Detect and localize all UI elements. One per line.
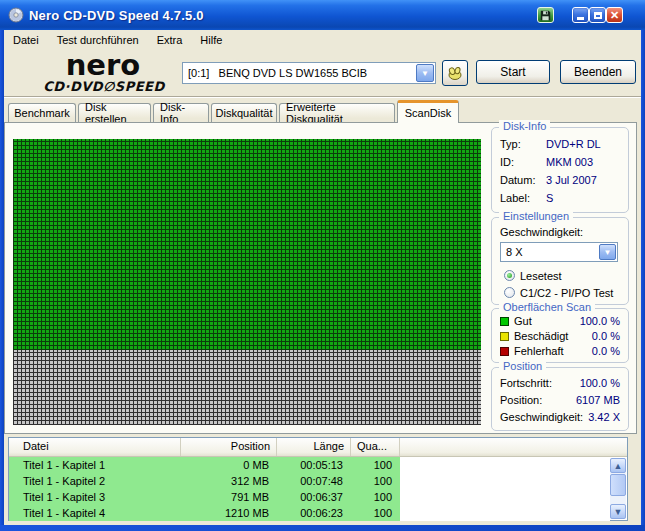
maximize-icon: [594, 12, 602, 19]
radio-lesetest-label: Lesetest: [520, 270, 562, 282]
position-group: Position Fortschritt: 100.0 % Position: …: [491, 367, 629, 431]
cell-laenge: 00:05:13: [277, 457, 351, 473]
cd-disc-icon: [8, 7, 24, 23]
close-icon: ✕: [610, 10, 619, 21]
cell-qua: 100: [351, 473, 400, 489]
tab-benchmark[interactable]: Benchmark: [8, 103, 76, 122]
window-border-bottom: [0, 525, 645, 531]
minimize-icon: [577, 17, 584, 20]
table-row[interactable]: Titel 1 - Kapitel 4 1210 MB 00:06:23 100: [9, 505, 610, 521]
scroll-down-button[interactable]: ▼: [610, 504, 626, 519]
fortschritt-label: Fortschritt:: [500, 377, 552, 389]
scroll-down-icon: ▼: [614, 507, 623, 517]
file-table-header[interactable]: Datei Position Länge Qua...: [9, 438, 627, 457]
menu-datei[interactable]: Datei: [4, 31, 48, 49]
tab-disk-info[interactable]: Disk-Info: [153, 103, 209, 122]
disk-info-label-label: Label:: [500, 192, 546, 204]
fehlerhaft-label: Fehlerhaft: [514, 345, 564, 357]
cd-dvd-speed-logo: CD·DVD∅SPEED: [16, 79, 192, 94]
gut-value: 100.0 %: [580, 315, 620, 327]
disk-info-id-label: ID:: [500, 156, 546, 168]
oberflaechen-scan-title: Oberflächen Scan: [499, 301, 595, 313]
close-button[interactable]: ✕: [606, 7, 623, 23]
speed-select[interactable]: 8 X ▼: [500, 242, 618, 262]
geschwindigkeit-value: 3.42 X: [588, 411, 620, 423]
toolbar-separator: [4, 96, 641, 98]
cell-datei: Titel 1 - Kapitel 3: [9, 489, 181, 505]
beenden-button[interactable]: Beenden: [560, 60, 636, 84]
scrollbar-thumb[interactable]: [610, 474, 626, 496]
start-button[interactable]: Start: [476, 60, 550, 84]
scroll-up-button[interactable]: ▲: [610, 458, 626, 473]
tab-diskqualitaet[interactable]: Diskqualität: [211, 103, 277, 122]
chevron-down-icon[interactable]: ▼: [416, 64, 434, 82]
row-filler: [400, 457, 610, 473]
minimize-button[interactable]: [572, 7, 589, 23]
capture-button[interactable]: [537, 7, 554, 23]
cell-laenge: 00:06:37: [277, 489, 351, 505]
nero-logo: nero: [38, 50, 168, 80]
drive-select[interactable]: [0:1] BENQ DVD LS DW1655 BCIB ▼: [182, 62, 436, 84]
fehlerhaft-value: 0.0 %: [592, 345, 620, 357]
radio-c1c2-pipo[interactable]: C1/C2 - PI/PO Test: [504, 286, 624, 299]
toolbar: nero CD·DVD∅SPEED [0:1] BENQ DVD LS DW16…: [4, 50, 641, 96]
disk-info-label-value: S: [546, 192, 553, 204]
tabstrip: Benchmark Disk erstellen Disk-Info Diskq…: [4, 100, 641, 122]
good-color-swatch: [500, 317, 509, 326]
beschaedigt-value: 0.0 %: [592, 330, 620, 342]
scan-grid-unscanned-area: [13, 350, 481, 425]
cell-laenge: 00:07:48: [277, 473, 351, 489]
table-row[interactable]: Titel 1 - Kapitel 1 0 MB 00:05:13 100: [9, 457, 610, 473]
header-datei[interactable]: Datei: [9, 438, 181, 456]
menu-hilfe[interactable]: Hilfe: [191, 31, 231, 49]
floppy-disk-icon: [540, 10, 551, 21]
header-laenge[interactable]: Länge: [277, 438, 351, 456]
menu-extra[interactable]: Extra: [148, 31, 192, 49]
radio-c1c2-label: C1/C2 - PI/PO Test: [520, 287, 613, 299]
menu-test-durchfuehren[interactable]: Test durchführen: [48, 31, 148, 49]
file-table: Datei Position Länge Qua... Titel 1 - Ka…: [8, 437, 628, 521]
cell-position: 0 MB: [181, 457, 277, 473]
radio-unselected-icon[interactable]: [504, 287, 515, 298]
cell-datei: Titel 1 - Kapitel 4: [9, 505, 181, 521]
disk-info-datum-label: Datum:: [500, 174, 546, 186]
cell-qua: 100: [351, 489, 400, 505]
header-qua[interactable]: Qua...: [351, 438, 400, 456]
speed-select-value: 8 X: [501, 246, 599, 258]
disk-info-typ-value: DVD+R DL: [546, 138, 601, 150]
row-filler: [400, 505, 610, 521]
surface-scan-grid: [13, 139, 481, 425]
maximize-button[interactable]: [589, 7, 606, 23]
scroll-up-icon: ▲: [614, 461, 623, 471]
chevron-down-icon[interactable]: ▼: [599, 244, 616, 260]
table-row[interactable]: Titel 1 - Kapitel 2 312 MB 00:07:48 100: [9, 473, 610, 489]
cell-position: 791 MB: [181, 489, 277, 505]
tab-disk-erstellen[interactable]: Disk erstellen: [78, 103, 151, 122]
position-label: Position:: [500, 394, 542, 406]
tab-scandisk[interactable]: ScanDisk: [397, 100, 459, 123]
vertical-scrollbar[interactable]: ▲ ▼: [610, 458, 626, 519]
tab-erweiterte-diskqualitaet[interactable]: Erweiterte Diskqualität: [279, 103, 395, 122]
radio-selected-icon[interactable]: [504, 270, 515, 281]
cell-laenge: 00:06:23: [277, 505, 351, 521]
scan-grid-good-area: [13, 139, 481, 350]
disk-info-group: Disk-Info Typ: DVD+R DL ID: MKM 003 Datu…: [491, 127, 629, 213]
cell-qua: 100: [351, 457, 400, 473]
window-border-right: [641, 30, 645, 531]
drive-select-value: [0:1] BENQ DVD LS DW1655 BCIB: [183, 67, 416, 79]
row-filler: [400, 473, 610, 489]
radio-lesetest[interactable]: Lesetest: [504, 269, 624, 282]
disk-info-datum-value: 3 Jul 2007: [546, 174, 597, 186]
titlebar[interactable]: Nero CD-DVD Speed 4.7.5.0 ✕: [0, 0, 645, 30]
cell-position: 1210 MB: [181, 505, 277, 521]
cell-qua: 100: [351, 505, 400, 521]
header-position[interactable]: Position: [181, 438, 277, 456]
table-row[interactable]: Titel 1 - Kapitel 3 791 MB 00:06:37 100: [9, 489, 610, 505]
file-table-body: Titel 1 - Kapitel 1 0 MB 00:05:13 100 Ti…: [9, 457, 610, 520]
fortschritt-value: 100.0 %: [580, 377, 620, 389]
disk-info-typ-label: Typ:: [500, 138, 546, 150]
header-filler: [400, 438, 627, 456]
oberflaechen-scan-group: Oberflächen Scan Gut 100.0 % Beschädigt …: [491, 308, 629, 363]
gut-label: Gut: [514, 315, 532, 327]
eject-button[interactable]: [442, 60, 468, 86]
